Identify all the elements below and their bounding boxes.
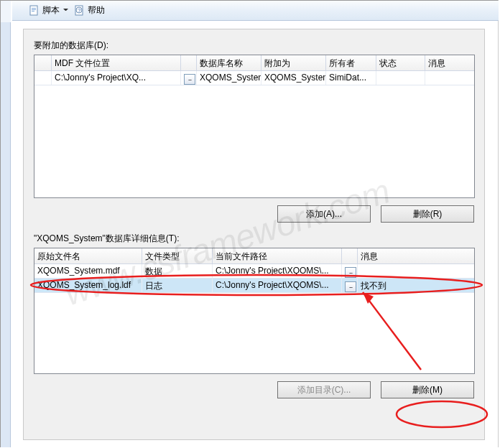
svg-rect-3 bbox=[32, 11, 34, 11]
col-message[interactable]: 消息 bbox=[425, 55, 473, 70]
cell-orig-name: XQOMS_System_log.ldf bbox=[34, 279, 142, 292]
svg-rect-0 bbox=[30, 6, 37, 15]
cell-file-type: 数据 bbox=[142, 264, 213, 278]
svg-rect-1 bbox=[32, 8, 36, 9]
cell-attach-as: XQOMS_System bbox=[261, 71, 326, 85]
col-owner[interactable]: 所有者 bbox=[326, 55, 376, 70]
col-blank[interactable] bbox=[34, 55, 52, 70]
script-label: 脚本 bbox=[42, 4, 60, 17]
grid-header: 原始文件名 文件类型 当前文件路径 消息 bbox=[34, 248, 474, 264]
col-browse-spacer[interactable] bbox=[181, 55, 197, 70]
add-catalog-button[interactable]: 添加目录(C)... bbox=[277, 381, 371, 398]
remove-button[interactable]: 删除(R) bbox=[381, 205, 474, 223]
buttons-row-2: 添加目录(C)... 删除(M) bbox=[34, 381, 474, 398]
cell-cur-path: C:\Jonny's Project\XQOMS\... bbox=[213, 264, 342, 278]
svg-rect-2 bbox=[32, 9, 36, 10]
attach-grid[interactable]: MDF 文件位置 数据库名称 附加为 所有者 状态 消息 C:\Jonny's … bbox=[34, 55, 475, 198]
cell-browse: ... bbox=[342, 279, 358, 292]
cell-status bbox=[376, 71, 425, 85]
browse-button[interactable]: ... bbox=[345, 267, 356, 278]
col-mdf-location[interactable]: MDF 文件位置 bbox=[52, 55, 181, 70]
chevron-down-icon bbox=[63, 9, 68, 13]
cell-message: 找不到 bbox=[358, 279, 473, 292]
cell-cur-path: C:\Jonny's Project\XQOMS\... bbox=[213, 279, 342, 292]
col-cur-path[interactable]: 当前文件路径 bbox=[213, 248, 342, 263]
add-button[interactable]: 添加(A)... bbox=[277, 205, 371, 223]
browse-button[interactable]: ... bbox=[184, 74, 195, 85]
help-menu[interactable]: ? 帮助 bbox=[74, 4, 105, 17]
help-label: 帮助 bbox=[88, 4, 105, 17]
svg-text:?: ? bbox=[78, 7, 81, 14]
cell-browse: ... bbox=[342, 264, 358, 278]
left-gutter bbox=[1, 1, 11, 447]
table-row[interactable]: XQOMS_System.mdf 数据 C:\Jonny's Project\X… bbox=[34, 264, 474, 279]
col-db-name[interactable]: 数据库名称 bbox=[197, 55, 261, 70]
cell-db-name: XQOMS_System bbox=[197, 71, 261, 85]
col-status[interactable]: 状态 bbox=[376, 55, 425, 70]
grid-header: MDF 文件位置 数据库名称 附加为 所有者 状态 消息 bbox=[34, 55, 474, 71]
main-panel: 要附加的数据库(D): MDF 文件位置 数据库名称 附加为 所有者 状态 消息… bbox=[23, 29, 485, 440]
cell-mdf-location: C:\Jonny's Project\XQ... bbox=[52, 71, 181, 85]
attach-db-label: 要附加的数据库(D): bbox=[34, 39, 474, 52]
col-attach-as[interactable]: 附加为 bbox=[261, 55, 326, 70]
col-message[interactable]: 消息 bbox=[358, 248, 473, 263]
col-orig-name[interactable]: 原始文件名 bbox=[34, 248, 142, 263]
cell-browse: ... bbox=[181, 71, 197, 85]
script-icon bbox=[29, 5, 40, 17]
row-selector[interactable] bbox=[34, 71, 52, 85]
cell-message bbox=[425, 71, 473, 85]
toolbar: 脚本 ? 帮助 bbox=[12, 1, 499, 21]
buttons-row-1: 添加(A)... 删除(R) bbox=[34, 205, 474, 223]
help-icon: ? bbox=[74, 5, 85, 17]
remove-m-button[interactable]: 删除(M) bbox=[381, 381, 474, 398]
cell-orig-name: XQOMS_System.mdf bbox=[34, 264, 142, 278]
script-menu[interactable]: 脚本 bbox=[29, 4, 68, 17]
table-row[interactable]: XQOMS_System_log.ldf 日志 C:\Jonny's Proje… bbox=[34, 279, 474, 293]
table-row[interactable]: C:\Jonny's Project\XQ... ... XQOMS_Syste… bbox=[34, 71, 474, 85]
cell-message bbox=[358, 264, 473, 278]
details-grid[interactable]: 原始文件名 文件类型 当前文件路径 消息 XQOMS_System.mdf 数据… bbox=[34, 248, 475, 374]
details-label: "XQOMS_System"数据库详细信息(T): bbox=[34, 233, 474, 245]
browse-button[interactable]: ... bbox=[345, 281, 356, 292]
col-file-type[interactable]: 文件类型 bbox=[142, 248, 213, 263]
cell-file-type: 日志 bbox=[142, 279, 213, 292]
col-browse-spacer[interactable] bbox=[342, 248, 358, 263]
cell-owner: SimiDat... bbox=[326, 71, 376, 85]
